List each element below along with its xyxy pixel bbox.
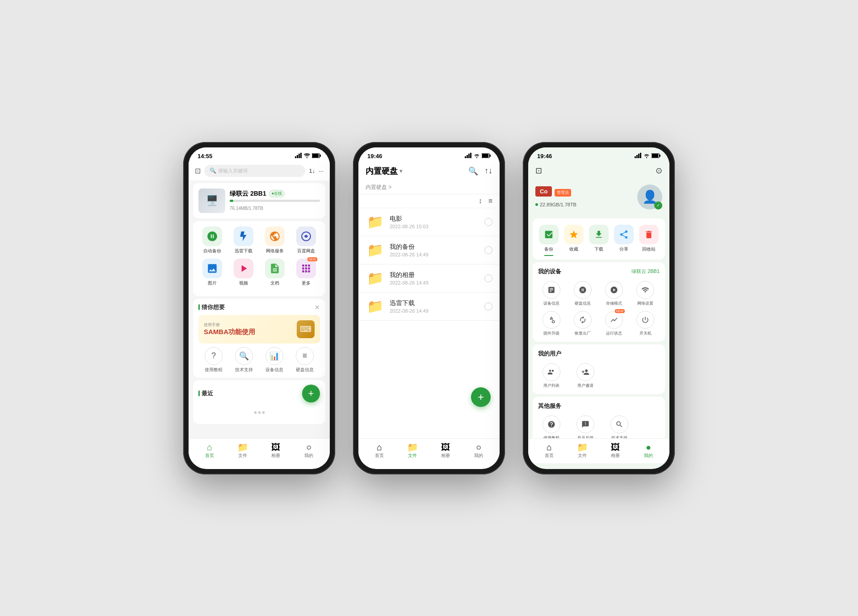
file-name: 我的相册 [390,271,479,279]
disk-info-item[interactable]: 硬盘信息 [569,281,596,306]
battery-icon [652,153,660,159]
view-icon[interactable]: ≡ [488,197,492,205]
phone2-header-icons: 🔍 ↑↓ [468,166,492,176]
app-video-label: 视频 [239,280,248,286]
samba-banner[interactable]: 使用手册 SAMBA功能使用 ⌨ [198,315,320,344]
nav-mine[interactable]: ● 我的 [632,443,665,459]
file-radio[interactable] [484,246,492,254]
tool-support[interactable]: 🔍 技术支持 [235,347,253,373]
file-radio[interactable] [484,302,492,310]
nav-home[interactable]: ⌂ 首页 [363,443,396,459]
action-collect-label: 收藏 [569,246,578,252]
service-feedback[interactable]: 意见反馈 [572,415,599,438]
action-share[interactable]: 分享 [614,225,634,256]
nav-album[interactable]: 🖼 相册 [259,443,292,459]
action-download[interactable]: 下载 [589,225,609,256]
search-bar[interactable]: 🔍 请输入关键词 [204,165,305,177]
add-button[interactable]: + [302,385,320,402]
nav-files[interactable]: 📁 文件 [226,443,259,459]
app-photos[interactable]: 图片 [199,259,226,286]
firmware-label: 固件升级 [543,331,559,336]
phone2-screen: 19:46 [358,147,500,469]
nav-album[interactable]: 🖼 相册 [599,443,632,459]
phone2-fab[interactable]: + [471,387,491,407]
user-invite-item[interactable]: 用户邀请 [572,363,599,389]
factory-reset-item[interactable]: 恢复出厂 [569,311,596,336]
file-item-thunder[interactable]: 📁 迅雷下载 2022-08-26 14:49 [358,293,500,321]
storage-text: 76.14MB/1.78TB [230,206,263,211]
action-recycle[interactable]: 回收站 [639,225,659,256]
new-badge: NEW [615,309,625,313]
nav-album-label: 相册 [441,453,450,459]
app-thunder[interactable]: 迅雷下载 [230,226,257,254]
app-backup[interactable]: 自动备份 [199,226,226,254]
app-more[interactable]: NEW 更多 [293,259,320,286]
nav-files[interactable]: 📁 文件 [566,443,599,459]
file-item-movies[interactable]: 📁 电影 2022-08-26 15:03 [358,208,500,236]
nav-files[interactable]: 📁 文件 [396,443,429,459]
app-baidu[interactable]: 百度网盘 [293,226,320,254]
settings-icon[interactable]: ⊙ [656,166,662,176]
search-icon[interactable]: 🔍 [468,166,478,176]
avatar-wrap: 👤 ✓ [637,184,662,210]
app-video[interactable]: 视频 [230,259,257,286]
new-badge: NEW [307,257,317,261]
guess-header: 猜你想要 ✕ [198,303,320,311]
nav-home[interactable]: ⌂ 首页 [193,443,226,459]
file-date: 2022-08-26 14:49 [390,280,479,285]
app-grid: 自动备份 迅雷下载 [193,221,325,296]
network-settings-item[interactable]: 网络设置 [632,281,659,306]
sort-icon[interactable]: 1↓ [309,168,315,174]
mine-icon: ● [646,443,651,452]
svg-rect-8 [465,156,466,158]
share-icon [614,225,634,244]
power-item[interactable]: 开关机 [632,311,659,336]
phone2-bottom-nav: ⌂ 首页 📁 文件 🖼 相册 ○ 我的 [358,438,500,463]
nav-mine-label: 我的 [644,453,653,459]
file-item-album[interactable]: 📁 我的相册 2022-08-26 14:49 [358,264,500,293]
app-docs-label: 文档 [270,280,279,286]
nav-home-label: 首页 [375,453,384,459]
app-docs[interactable]: 文档 [261,259,288,286]
home-icon: ⌂ [547,443,552,452]
edit-avatar-button[interactable]: ✓ [654,201,662,210]
home-icon: ⌂ [377,443,382,452]
file-radio[interactable] [484,274,492,282]
tool-tutorial[interactable]: ? 使用教程 [205,347,223,373]
nav-home[interactable]: ⌂ 首页 [533,443,566,459]
file-item-backup[interactable]: 📁 我的备份 2022-08-26 14:49 [358,236,500,264]
service-support[interactable]: 技术支持 [606,415,633,438]
close-icon[interactable]: ✕ [315,304,320,311]
firmware-item[interactable]: 固件升级 [538,311,565,336]
filter-icon[interactable]: ↕ [479,197,482,205]
nav-album[interactable]: 🖼 相册 [429,443,462,459]
services-section-header: 其他服务 [538,402,660,410]
tool-disk[interactable]: ≡ 硬盘信息 [296,347,314,373]
nav-mine[interactable]: ○ 我的 [292,443,325,459]
action-backup[interactable]: 备份 [539,225,559,256]
service-tutorial[interactable]: 使用教程 [538,415,565,438]
nav-mine[interactable]: ○ 我的 [462,443,495,459]
phone3-bottom-nav: ⌂ 首页 📁 文件 🖼 相册 ● 我的 [528,438,669,463]
file-info: 电影 2022-08-26 15:03 [390,215,479,229]
svg-rect-2 [299,154,300,158]
tool-device[interactable]: 📊 设备信息 [265,347,283,373]
user-list-item[interactable]: 用户列表 [538,363,565,389]
svg-rect-6 [320,155,321,157]
action-recycle-label: 回收站 [642,246,656,252]
app-network[interactable]: 网络服务 [261,226,288,254]
username-bar: Co [535,186,552,197]
cast-icon[interactable]: ⊡ [535,166,542,176]
storage-mode-item[interactable]: 存储模式 [601,281,627,306]
sort-icon[interactable]: ↑↓ [484,166,492,176]
phone3-wrapper: 19:46 [523,142,675,474]
nav-mine-label: 我的 [474,453,483,459]
device-card[interactable]: 🖥️ 绿联云 2BB1 ●在线 76.14MB/1.78TB [193,183,325,218]
more-apps-icon: NEW [296,259,316,278]
more-icon[interactable]: ··· [319,168,324,174]
running-status-item[interactable]: NEW 运行状态 [601,311,627,336]
file-radio[interactable] [484,218,492,226]
device-info-item[interactable]: 设备信息 [538,281,565,306]
action-collect[interactable]: 收藏 [564,225,584,256]
cast-icon[interactable]: ⊡ [195,167,201,175]
